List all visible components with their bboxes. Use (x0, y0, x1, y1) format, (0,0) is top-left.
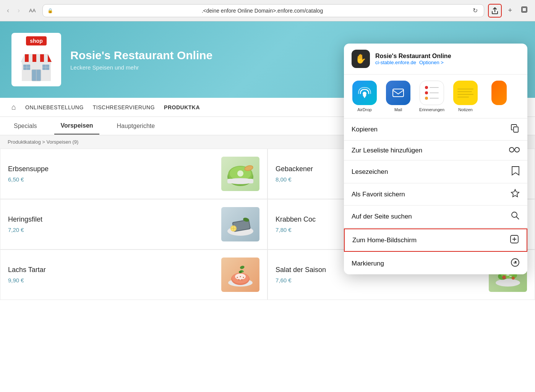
more-icon (491, 81, 507, 105)
nav-item-reservation[interactable]: TISCHRESERVIERUNG (93, 104, 155, 110)
product-image-soup (221, 157, 259, 191)
shop-logo: shop (11, 33, 61, 86)
svg-point-49 (239, 271, 242, 273)
tab-specials[interactable]: Specials (8, 118, 43, 134)
svg-point-50 (237, 277, 238, 278)
product-card-heringsfilet[interactable]: Heringsfilet 7,20 € (0, 199, 267, 249)
star-icon (511, 189, 520, 200)
search-page-icon (511, 211, 520, 222)
svg-rect-65 (393, 89, 404, 97)
product-name: Erbsensuppe (8, 165, 221, 173)
share-button[interactable] (488, 4, 502, 18)
product-image-salmon (221, 258, 259, 292)
notes-label: Notizen (458, 107, 472, 112)
product-price: 7,20 € (8, 227, 221, 233)
mail-label: Mail (394, 107, 402, 112)
svg-rect-1 (522, 8, 526, 11)
share-mail[interactable]: Mail (383, 81, 413, 112)
svg-line-70 (516, 217, 519, 219)
notes-icon (453, 81, 478, 105)
shop-title-section: Rosie's Restaurant Online Leckere Speise… (70, 49, 212, 71)
share-popup: ✋ Rosie's Restaurant Online ci-stable.en… (344, 44, 527, 274)
copy-icon (511, 124, 520, 135)
new-tab-button[interactable]: + (506, 5, 514, 16)
svg-point-60 (502, 275, 506, 279)
shop-name: Rosie's Restaurant Online (70, 49, 212, 62)
product-price: 6,50 € (8, 176, 221, 183)
share-notes[interactable]: Notizen (450, 81, 481, 112)
menu-item-find[interactable]: Auf der Seite suchen (344, 206, 527, 228)
shop-badge: shop (26, 36, 46, 45)
popup-header: ✋ Rosie's Restaurant Online ci-stable.en… (344, 44, 527, 75)
tab-vorspeisen[interactable]: Vorspeisen (54, 118, 99, 134)
share-airdrop[interactable]: AirDrop (349, 81, 380, 112)
airdrop-icon (352, 81, 377, 105)
menu-item-markup[interactable]: Markierung (344, 253, 527, 274)
popup-url: ci-stable.enfore.de (375, 60, 416, 65)
svg-point-69 (512, 212, 517, 217)
browser-toolbar: ‹ › AA 🔒 ‌.‌<deine enfore Online Domain>… (0, 0, 535, 21)
svg-point-64 (363, 92, 366, 96)
reload-button[interactable]: ↻ (471, 5, 479, 16)
svg-point-53 (238, 279, 240, 280)
svg-point-54 (242, 279, 243, 280)
glasses-icon (509, 146, 520, 155)
reminders-icon (420, 81, 444, 105)
reader-mode-button[interactable]: AA (26, 6, 39, 15)
bookmark-icon (511, 166, 520, 178)
menu-item-copy[interactable]: Kopieren (344, 118, 527, 141)
menu-item-read-later[interactable]: Zur Leseliste hinzufügen (344, 141, 527, 160)
share-icons-row: AirDrop Mail (344, 75, 527, 118)
svg-point-22 (237, 170, 243, 177)
product-name: Lachs Tartar (8, 266, 221, 274)
app-icon: ✋ (352, 50, 370, 68)
share-reminders[interactable]: Erinnerungen (417, 81, 447, 112)
svg-point-47 (240, 265, 245, 269)
svg-rect-63 (509, 276, 512, 277)
forward-button[interactable]: › (15, 5, 22, 16)
share-more[interactable] (484, 81, 514, 112)
nav-item-catalog[interactable]: PRODUKTKA (164, 104, 200, 110)
menu-item-bookmark[interactable]: Lesezeichen (344, 160, 527, 183)
svg-point-51 (240, 276, 241, 277)
address-bar[interactable]: 🔒 ‌.‌<deine enfore Online Domain>.enfore… (42, 4, 484, 17)
airdrop-label: AirDrop (357, 107, 371, 112)
product-image-fish (221, 207, 259, 241)
nav-item-order[interactable]: ONLINEBESTELLUNG (25, 104, 84, 110)
browser-content: shop (0, 21, 535, 392)
home-nav-icon[interactable]: ⌂ (11, 103, 16, 112)
menu-item-home-screen[interactable]: Zum Home-Bildschirm (344, 228, 527, 252)
product-name: Heringsfilet (8, 215, 221, 224)
tab-hauptgerichte[interactable]: Hauptgerichte (111, 118, 161, 134)
back-button[interactable]: ‹ (5, 5, 11, 16)
popup-options-button[interactable]: Optionen > (419, 60, 444, 65)
shop-subtitle: Leckere Speisen und mehr (70, 64, 212, 71)
add-to-home-icon (510, 235, 519, 246)
menu-item-favorite[interactable]: Als Favorit sichern (344, 183, 527, 206)
svg-point-61 (512, 277, 515, 280)
product-card-erbsensuppe[interactable]: Erbsensuppe 6,50 € (0, 149, 267, 199)
svg-point-52 (243, 277, 244, 278)
product-price: 7,60 € (276, 277, 489, 283)
store-building-icon (17, 49, 55, 83)
tabs-icon (520, 6, 528, 13)
popup-app-name: Rosie's Restaurant Online (375, 53, 520, 60)
lock-icon: 🔒 (47, 8, 53, 13)
svg-rect-24 (227, 179, 253, 183)
svg-point-55 (496, 279, 520, 287)
url-text: ‌.‌<deine enfore Online Domain>.enfore.c… (55, 8, 469, 14)
product-card-lachs[interactable]: Lachs Tartar 9,90 € (0, 250, 267, 300)
share-icon (491, 7, 498, 15)
svg-rect-62 (506, 274, 509, 276)
menu-list: Kopieren Zur Leseliste hinzufügen (344, 118, 527, 274)
product-price: 9,90 € (8, 277, 221, 283)
svg-rect-66 (514, 127, 518, 132)
reminders-label: Erinnerungen (419, 107, 444, 112)
tabs-button[interactable] (518, 4, 530, 17)
mail-icon (386, 81, 410, 105)
markup-icon (511, 258, 520, 269)
